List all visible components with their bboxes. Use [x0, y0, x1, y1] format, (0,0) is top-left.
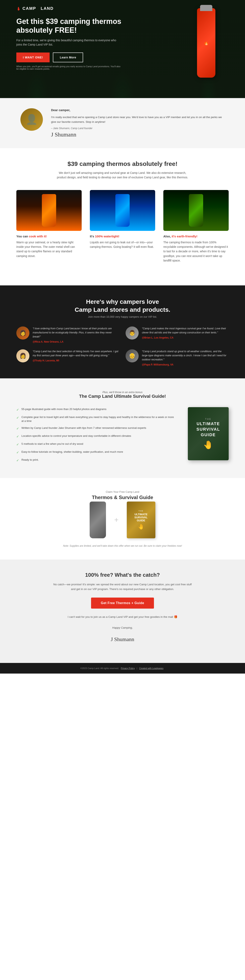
privacy-policy-link[interactable]: Privacy Policy: [121, 667, 135, 670]
bonus-content: ✓ 55-page illustrated guide with more th…: [16, 407, 229, 466]
check-icon-6: ✓: [16, 458, 19, 463]
thermos-hero-image: 🔥: [188, 4, 224, 82]
catch-section: 100% free? What's the catch? No catch—we…: [0, 560, 245, 663]
feature-fire-image: [16, 190, 82, 231]
claim-plus-icon: +: [114, 515, 118, 524]
claim-heading: Thermos & Survival Guide: [16, 495, 229, 500]
feature-earth-desc: The camping thermos is made from 100% re…: [163, 240, 229, 263]
testimonials-section: Here's why campers love Camp Land stores…: [0, 285, 245, 379]
bonus-item-text-4: 5 methods to start a fire when you're ou…: [21, 442, 83, 446]
feature-cook: You can cook with it! Warm up your oatme…: [16, 190, 82, 273]
claim-thermos-image: [90, 501, 106, 538]
testimonial-name-4: @Papa P. Williamsburg, VA: [142, 363, 229, 366]
feature-cook-desc: Warm up your oatmeal, or a hearty stew r…: [16, 240, 82, 258]
feature-water-title: It's 100% watertight!: [90, 234, 155, 238]
bonus-list: ✓ 55-page illustrated guide with more th…: [16, 407, 176, 466]
feature-earth-title: Also, it's earth-friendly!: [163, 234, 229, 238]
bonus-plus-label: Plus, we'll throw in an extra bonus: [16, 391, 229, 394]
testimonial-avatar-4: 👴: [126, 349, 138, 363]
testimonials-sub: Join more than 10,000 very happy campers…: [16, 315, 229, 318]
testimonial-1: 👩 "I love ordering from Camp Land becaus…: [16, 326, 119, 343]
learn-more-button[interactable]: Learn More: [53, 52, 83, 62]
testimonial-content-3: "Camp Land has the best selection of hik…: [33, 349, 119, 362]
guide-ultimate: ULTIMATE: [197, 422, 220, 426]
testimonials-heading: Here's why campers love Camp Land stores…: [16, 298, 229, 313]
guide-book: THE ULTIMATE SURVIVAL GUIDE 🤚: [188, 407, 229, 460]
bonus-item-5: ✓ Easy-to-follow tutorials on foraging, …: [16, 450, 176, 455]
feature-water-image: [90, 190, 155, 231]
bonus-item-0: ✓ 55-page illustrated guide with more th…: [16, 407, 176, 412]
testimonial-avatar-2: 👨: [126, 326, 138, 339]
get-free-button[interactable]: Get Free Thermos + Guide: [91, 598, 154, 609]
bonus-item-text-2: Written by Camp Land founder Jake Shuman…: [21, 426, 146, 430]
testimonials-grid: 👩 "I love ordering from Camp Land becaus…: [16, 326, 229, 366]
claim-label: Claim Your Free Camp Land: [16, 490, 229, 493]
bonus-item-text-6: Ready to print.: [21, 458, 39, 462]
guide-hand-icon: 🤚: [203, 440, 213, 450]
hero-section: CAMP LAND Get this $39 camping thermos a…: [0, 0, 245, 98]
guide-the: THE: [205, 418, 212, 420]
want-button[interactable]: I WANT ONE!: [16, 52, 49, 62]
catch-text: No catch—we promise! It's simple: we spr…: [51, 582, 194, 592]
letter-signature: J Shumann: [51, 131, 224, 138]
hero-note: When you join, you'll get occasional ema…: [16, 65, 123, 70]
letter-sig: – Jake Shumann, Camp Land founder: [51, 127, 224, 130]
logo-text: CAMP LAND: [22, 6, 54, 11]
thermos-logo: 🔥: [204, 40, 209, 46]
thermos-cap: [200, 5, 212, 11]
footer: ©2023 Camp Land. All rights reserved. Pr…: [0, 663, 245, 673]
feature-earth: Also, it's earth-friendly! The camping t…: [163, 190, 229, 273]
claim-guide-guide: GUIDE: [137, 519, 145, 522]
claim-guide-hand: 🤚: [138, 523, 144, 530]
footer-copy: ©2023 Camp Land. All rights reserved.: [80, 667, 119, 670]
thermos-fire: [42, 194, 56, 227]
bonus-section: Plus, we'll throw in an extra bonus The …: [0, 379, 245, 478]
letter-text: I'm really excited that we're opening a …: [51, 115, 224, 124]
bonus-item-6: ✓ Ready to print.: [16, 458, 176, 463]
testimonial-content-1: "I love ordering from Camp Land because …: [33, 326, 119, 343]
check-icon-0: ✓: [16, 407, 19, 412]
letter-section: 👤 Dear camper, I'm really excited that w…: [0, 98, 245, 148]
testimonial-2: 👨 "Camp Land makes the most Ingenious su…: [126, 326, 229, 343]
testimonial-name-1: @Rica A. New Orleans, LA: [33, 340, 119, 343]
bonus-item-text-5: Easy-to-follow tutorials on foraging, sh…: [21, 450, 123, 454]
feature-earth-image: [163, 190, 229, 231]
free-section: $39 camping thermos absolutely free! We …: [0, 148, 245, 285]
bonus-item-2: ✓ Written by Camp Land founder Jake Shum…: [16, 426, 176, 431]
bonus-item-3: ✓ Location-specific advice to control yo…: [16, 434, 176, 439]
hero-headline: Get this $39 camping thermos absolutely …: [16, 17, 123, 35]
thermos-water: [115, 194, 130, 227]
letter-body: Dear camper, I'm really excited that we'…: [51, 108, 224, 138]
leadpages-link[interactable]: Created with Leadpages: [139, 667, 163, 670]
avatar-placeholder: 👤: [25, 114, 38, 125]
free-subtext: We don't just sell amazing camping and s…: [55, 170, 190, 180]
free-heading: $39 camping thermos absolutely free!: [16, 161, 229, 167]
features-grid: You can cook with it! Warm up your oatme…: [16, 190, 229, 273]
hero-subtext: For a limited time, we're giving this be…: [16, 38, 123, 47]
check-icon-5: ✓: [16, 450, 19, 455]
testimonial-3: 👩 "Camp Land has the best selection of h…: [16, 349, 119, 366]
guide-guide: GUIDE: [201, 433, 216, 437]
claim-guide-surv: SURVIVAL: [134, 516, 148, 519]
testimonial-name-2: @Brian L. Los Angeles, CA: [142, 336, 229, 339]
letter-greeting: Dear camper,: [51, 108, 224, 112]
catch-heading: 100% free? What's the catch?: [16, 572, 229, 578]
check-icon-4: ✓: [16, 442, 19, 447]
testimonial-name-3: @Trudy H. Laconia, WI: [33, 359, 119, 362]
testimonial-text-4: "Camp Land products stand up great to al…: [142, 349, 229, 361]
testimonial-text-3: "Camp Land has the best selection of hik…: [33, 349, 119, 358]
feature-water-desc: Liquids are not going to leak out of—or …: [90, 240, 155, 249]
testimonial-content-4: "Camp Land products stand up great to al…: [142, 349, 229, 366]
feature-water: It's 100% watertight! Liquids are not go…: [90, 190, 155, 273]
check-icon-2: ✓: [16, 426, 19, 431]
bonus-item-text-0: 55-page illustrated guide with more than…: [21, 407, 107, 411]
claim-section: Claim Your Free Camp Land Thermos & Surv…: [0, 478, 245, 560]
bonus-item-1: ✓ Complete gear list to travel light and…: [16, 415, 176, 423]
claim-items: + THE ULTIMATE SURVIVAL GUIDE 🤚: [16, 501, 229, 538]
hero-buttons: I WANT ONE! Learn More: [16, 52, 123, 62]
testimonial-text-2: "Camp Land makes the most Ingenious surv…: [142, 326, 229, 335]
testimonial-4: 👴 "Camp Land products stand up great to …: [126, 349, 229, 366]
bonus-item-text-3: Location-specific advice to control your…: [21, 434, 131, 438]
bonus-item-4: ✓ 5 methods to start a fire when you're …: [16, 442, 176, 447]
thermos-earth: [189, 194, 203, 227]
